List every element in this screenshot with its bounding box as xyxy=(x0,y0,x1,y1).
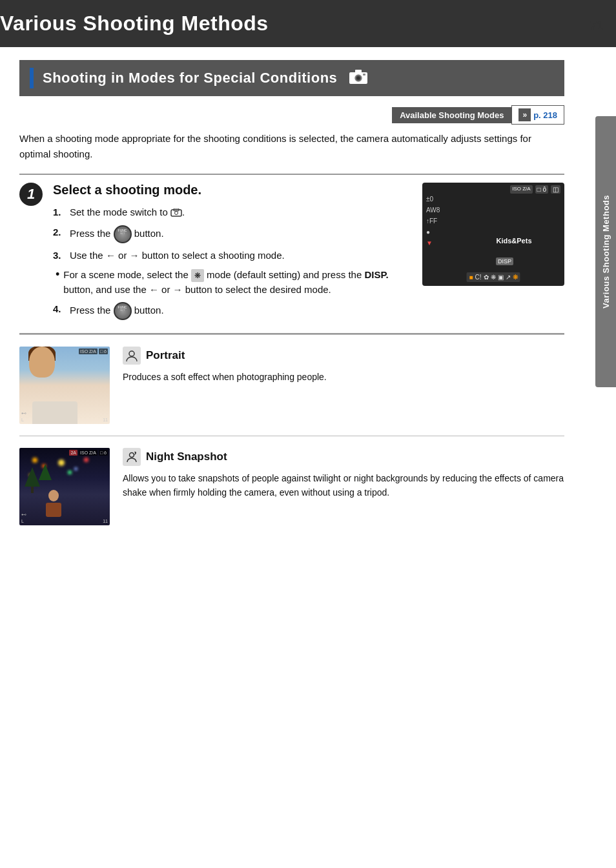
night-thumbnail: 2A ISO Z/A □ ô L 11 ⊷ xyxy=(19,448,110,525)
page-title-section: Various Shooting Methods xyxy=(0,0,616,47)
arrow-right-icon: → xyxy=(130,248,139,263)
svg-point-9 xyxy=(130,453,134,458)
svg-rect-1 xyxy=(355,70,362,74)
section-header: Shooting in Modes for Special Conditions xyxy=(19,60,564,96)
portrait-shake-icon: ⊷ xyxy=(21,410,26,416)
arrow-right-icon-2: → xyxy=(173,283,183,298)
section-header-bar xyxy=(30,68,34,88)
screen-top-bar: ISO Z/A □ ô ◫ xyxy=(422,185,564,194)
page-number-area: 71 xyxy=(577,0,616,34)
portrait-head xyxy=(29,347,55,378)
portrait-overlay-info: ISO Z/A □ ô xyxy=(79,348,108,354)
night-bottom-right: 11 xyxy=(103,519,108,523)
step-number: 1 xyxy=(19,183,43,206)
disp-badge: DISP xyxy=(496,257,513,265)
portrait-desc: Produces a soft effect when photographin… xyxy=(123,370,564,384)
portrait-card-title: Portrait xyxy=(123,347,564,365)
section-title: Shooting in Modes for Special Conditions xyxy=(43,70,337,86)
main-content: Shooting in Modes for Special Conditions… xyxy=(0,60,590,563)
night-mode-icon xyxy=(123,448,141,466)
modes-bar: Available Shooting Modes » p. 218 xyxy=(19,105,564,125)
portrait-mode-icon xyxy=(123,347,141,365)
portrait-title: Portrait xyxy=(146,349,185,362)
arrow-left-icon-2: ← xyxy=(149,283,159,298)
portrait-body xyxy=(32,401,77,424)
portrait-thumbnail: ISO Z/A □ ô L 11 ⊷ xyxy=(19,347,110,424)
modes-bar-link[interactable]: » p. 218 xyxy=(511,105,564,125)
night-person-body xyxy=(46,503,61,517)
step-content: ISO Z/A □ ô ◫ ±0 AW8 ↑FF ● ▼ xyxy=(53,183,564,325)
modes-link-page[interactable]: p. 218 xyxy=(533,110,557,120)
kids-pets-label: Kids&Pets xyxy=(496,237,531,245)
substep-3: 3. Use the ← or → button to select a sho… xyxy=(53,248,412,263)
screen-iso-icon: ISO Z/A xyxy=(510,185,532,194)
modes-link-arrow: » xyxy=(518,108,531,121)
portrait-bottom-left: L xyxy=(21,418,24,422)
night-person xyxy=(42,490,65,519)
sidebar-tab: Various Shooting Methods xyxy=(595,116,616,387)
modes-bar-label: Available Shooting Modes xyxy=(392,107,511,123)
svg-rect-4 xyxy=(363,74,365,76)
screen-mode-icon: □ ô xyxy=(535,185,548,194)
page-number: 71 xyxy=(585,18,608,34)
or-text-1: or xyxy=(118,250,127,261)
arrow-left-icon: ← xyxy=(106,248,116,263)
camera-screen: ISO Z/A □ ô ◫ ±0 AW8 ↑FF ● ▼ xyxy=(422,183,564,286)
camera-icon xyxy=(349,69,368,87)
step-number-col: 1 xyxy=(19,183,53,206)
night-card-title: Night Snapshot xyxy=(123,448,564,466)
substep-1: 1. Set the mode switch to . xyxy=(53,205,412,220)
night-tree-1 xyxy=(25,467,40,493)
svg-point-8 xyxy=(129,351,134,356)
step-image: ISO Z/A □ ô ◫ ±0 AW8 ↑FF ● ▼ xyxy=(422,183,564,286)
night-snapshot-card: 2A ISO Z/A □ ô L 11 ⊷ Night Snapshot All… xyxy=(19,436,564,537)
portrait-bottom-right: 11 xyxy=(103,418,108,422)
portrait-card-content: Portrait Produces a soft effect when pho… xyxy=(123,347,564,384)
night-overlay-info: 2A ISO Z/A □ ô xyxy=(69,450,108,456)
substep-4: 4. Press the FUNC SET button. xyxy=(53,302,564,320)
intro-text: When a shooting mode appropriate for the… xyxy=(19,131,564,162)
func-button-icon-2: FUNC SET xyxy=(114,302,132,320)
substep-2: 2. Press the FUNC SET button. xyxy=(53,225,412,243)
night-person-head xyxy=(48,490,59,501)
svg-point-3 xyxy=(357,77,360,80)
scene-mode-icon: ❋ xyxy=(191,269,204,282)
night-title: Night Snapshot xyxy=(146,450,227,463)
page-title: Various Shooting Methods xyxy=(0,12,616,35)
screen-timer-icon: ◫ xyxy=(551,185,560,194)
night-bottom-left: L xyxy=(21,519,24,523)
night-card-content: Night Snapshot Allows you to take snapsh… xyxy=(123,448,564,500)
night-desc: Allows you to take snapshots of people a… xyxy=(123,471,564,500)
bullet-substep: • For a scene mode, select the ❋ mode (d… xyxy=(53,268,412,297)
or-text-2: or xyxy=(161,284,170,295)
screen-left-panel: ±0 AW8 ↑FF ● ▼ xyxy=(426,196,440,247)
night-shake-icon: ⊷ xyxy=(21,512,26,518)
sidebar-tab-label: Various Shooting Methods xyxy=(601,195,611,308)
mode-icons-row: ■ C! ✿ ❋ ▣ ↗ ❊ xyxy=(466,272,520,282)
portrait-card: ISO Z/A □ ô L 11 ⊷ Portrait Produces a s… xyxy=(19,334,564,436)
svg-point-7 xyxy=(174,212,178,215)
func-button-icon-1: FUNC SET xyxy=(114,225,132,243)
night-tree-2 xyxy=(39,464,52,480)
step-section: 1 ISO Z/A □ ô ◫ ±0 xyxy=(19,174,564,334)
page-divider xyxy=(596,0,597,18)
